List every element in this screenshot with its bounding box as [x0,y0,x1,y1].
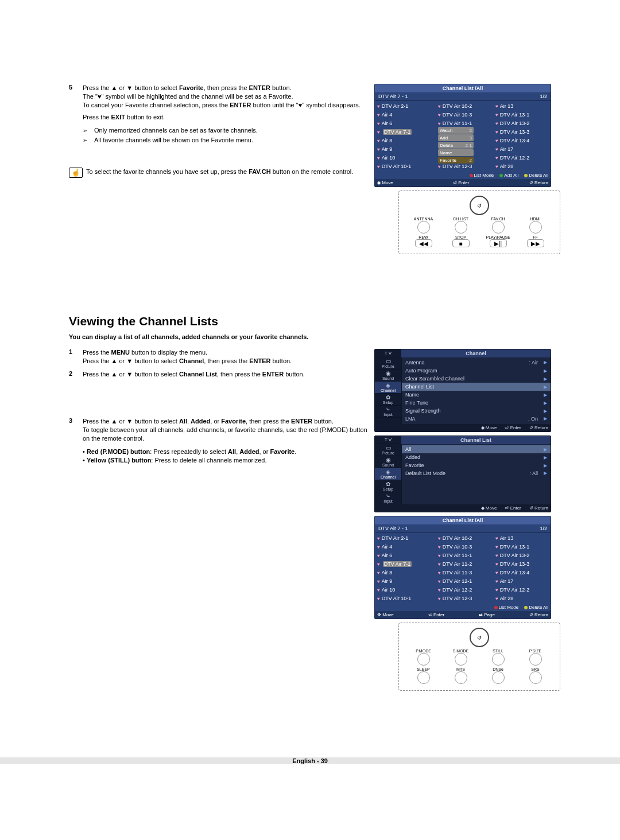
channel-cell: ♥DTV Air 13-3 [495,128,551,136]
text: Only memorized channels can be set as fa… [94,126,258,135]
heart-icon: ♥ [377,130,380,135]
channel-name: Air 10 [382,587,396,593]
remote-btn[interactable]: HDMI [524,217,548,234]
channel-cell: ♥DTV Air 2-1 [377,534,438,542]
menu-item-label: Signal Strength [405,408,441,414]
chevron-right-icon: ▶ [544,400,547,406]
menu-side-item: ▭Picture [375,357,401,370]
remote-btn[interactable]: ANTENNA [412,217,436,234]
channel-cell: ♥DTV Air 11-1 [438,551,495,559]
remote-btn[interactable]: FF▶▶ [524,235,548,248]
channel-cell: ♥DTV Air 10-1 [377,594,438,602]
channel-name: DTV Air 10-2 [443,103,472,109]
remote-btn[interactable]: P.MODE [412,649,436,666]
heart-icon: ♥ [377,112,380,118]
remote-btn[interactable]: PLAY/PAUSE▶|| [486,235,510,248]
side-label: Input [383,413,393,417]
channel-name: Air 6 [382,553,393,558]
channel-cell: ♥Air 17 [495,145,551,153]
remote-btn-shape [529,671,542,684]
side-label: Sound [382,376,394,380]
heart-icon: ♥ [377,164,380,169]
context-trail: 2-1 [465,143,472,148]
heart-icon: ♥ [438,121,441,126]
channel-name: DTV Air 11-3 [443,570,472,575]
side-label: Channel [381,475,396,479]
bullet-red: • Red (P.MODE) button: Press repeatedly … [83,448,367,456]
remote-btn-shape [492,653,505,666]
remote-btn[interactable]: S.MODE [449,649,473,666]
text: button until the "♥" symbol disappears. [251,102,360,108]
osd-legend: List Mode Add All Delete All [375,172,551,179]
text: All favorite channels will be shown on t… [94,135,253,145]
channel-name: DTV Air 7-1 [383,561,412,567]
channel-cell: ♥Air 6 [377,119,438,127]
hand-text: To select the favorite channels you have… [86,168,367,176]
text: button. [312,418,334,425]
enter-hint: ⏎ Enter [505,425,521,430]
side-label: Sound [382,463,394,467]
remote-btn[interactable]: P.SIZE [524,649,548,666]
menu-item-label: Auto Program [405,368,437,374]
text: button on the remote control. [271,168,354,175]
menu-item: Fine Tune▶ [402,399,551,407]
chevron-right-icon: ▶ [544,463,547,468]
menu-item-label: Antenna [405,360,425,365]
remote-btn[interactable]: CH LIST [449,217,473,234]
channel-name: Air 28 [500,164,514,169]
move-hint: ✥ Move [377,612,394,617]
channel-cell: ♥DTV Air 13-4 [495,569,551,577]
enter-hint: ⏎ Enter [428,612,444,617]
remote-btn[interactable]: ↺ [467,628,491,648]
remote-btn-label: ANTENNA [412,217,436,221]
channel-name: Air 9 [382,578,393,584]
remote-btn[interactable]: REW◀◀ [412,235,436,248]
text: Press the ▲ or ▼ button to select [83,371,179,378]
context-trail: -2 [468,158,472,163]
remote-btn[interactable]: ↺ [467,196,491,216]
remote-btn[interactable]: SRS [524,667,548,685]
heart-icon: ♥ [438,553,441,558]
channel-name: DTV Air 7-1 [383,129,412,135]
heart-icon: ♥ [495,138,498,143]
heart-icon: ♥ [495,104,498,109]
channel-grid: ♥DTV Air 2-1♥DTV Air 10-2♥Air 13♥Air 4♥D… [375,533,551,604]
text: Delete All [529,173,548,178]
osd-footer: ◆ Move ⏎ Enter ↺ Return [375,179,551,186]
remote-fragment-bottom: ↺ P.MODES.MODESTILLP.SIZE SLEEPMTSDNSeSR… [398,623,560,691]
text-bold: FAV.CH [249,168,271,175]
heart-icon: ♥ [377,588,380,593]
channel-cell: ♥DTV Air 13-3 [495,560,551,568]
remote-btn[interactable]: MTS [449,667,473,685]
side-label: Picture [382,364,394,368]
menu-list: Antenna: Air▶Auto Program▶Clear Scramble… [402,357,551,424]
heart-icon: ♥ [377,596,380,601]
channel-name: DTV Air 10-2 [443,535,472,541]
heart-icon: ♥ [495,155,498,161]
step-number: 1 [69,348,83,355]
return-hint: ↺ Return [529,505,548,511]
remote-btn[interactable]: STOP■ [449,235,473,248]
remote-btn-label: SRS [524,667,548,671]
channel-cell: ♥DTV Air 7-1 [377,560,438,568]
dot-red-icon [494,606,498,609]
step-5: 5 Press the ▲ or ▼ button to select Favo… [69,84,367,121]
channel-name: Air 10 [382,155,396,161]
remote-btn[interactable]: SLEEP [412,667,436,685]
remote-row: REW◀◀STOP■PLAY/PAUSE▶||FF▶▶ [405,235,554,248]
channel-name: DTV Air 13-4 [500,138,530,143]
osd-title: Channel List /All [375,516,551,524]
context-item: Watch2 [438,127,474,134]
channel-name: DTV Air 12-3 [443,596,472,601]
remote-btn-label: S.MODE [449,649,473,653]
text-bold: ENTER [291,418,312,425]
side-icon: ◉ [386,371,391,376]
remote-btn[interactable]: STILL [486,649,510,666]
text-bold: Added [239,448,259,455]
remote-btn[interactable]: FAV.CH [486,217,510,234]
channel-cell: ♥DTV Air 10-3 [438,543,495,551]
channel-cell: ♥Air 4 [377,111,438,119]
remote-btn[interactable]: DNSe [486,667,510,685]
heart-icon: ♥ [438,104,441,109]
text-bold: Favorite [179,84,204,91]
